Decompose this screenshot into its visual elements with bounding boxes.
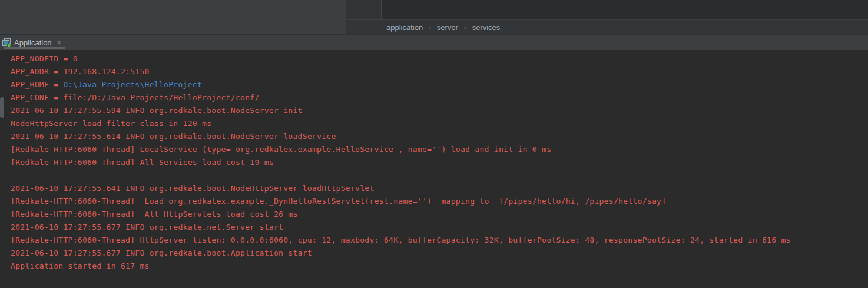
breadcrumb-item-server[interactable]: server	[437, 23, 458, 32]
console-line: APP_ADDR = 192.168.124.2:5150	[11, 65, 868, 78]
console-line: [Redkale-HTTP:6060-Thread] Load org.redk…	[11, 195, 868, 208]
console-line: 2021-06-10 17:27:55.641 INFO org.redkale…	[11, 182, 868, 195]
console-scrollbar-thumb[interactable]	[0, 97, 4, 118]
console-text: APP_CONF = file:/D:/Java-Projects/HelloP…	[11, 93, 260, 102]
close-icon[interactable]: ✕	[57, 39, 62, 46]
console-line: 2021-06-10 17:27:55.677 INFO org.redkale…	[11, 221, 868, 234]
breadcrumb-separator-icon: ›	[429, 24, 431, 31]
console-file-link[interactable]: D:\Java-Projects\HelloProject	[63, 80, 202, 89]
console-line: 2021-06-10 17:27:55.677 INFO org.redkale…	[11, 247, 868, 260]
console-text: [Redkale-HTTP:6060-Thread] HttpServer li…	[11, 236, 791, 244]
console-line: Application started in 617 ms	[11, 260, 868, 273]
tab-label: Application	[14, 38, 52, 47]
console-line: APP_HOME = D:\Java-Projects\HelloProject	[11, 78, 868, 91]
console-line: APP_NODEID = 0	[11, 52, 868, 65]
console-line: [Redkale-HTTP:6060-Thread] LocalService …	[11, 143, 868, 156]
breadcrumb-item-application[interactable]: application	[386, 23, 423, 32]
console-line: 2021-06-10 17:27:55.594 INFO org.redkale…	[11, 104, 868, 117]
breadcrumb-item-services[interactable]: services	[472, 23, 501, 32]
console-line: 2021-06-10 17:27:55.614 INFO org.redkale…	[11, 130, 868, 143]
console-output: APP_NODEID = 0APP_ADDR = 192.168.124.2:5…	[0, 50, 868, 288]
editor-area	[346, 0, 868, 19]
console-text: Application started in 617 ms	[11, 261, 150, 270]
breadcrumb: application›server›services	[346, 19, 868, 34]
active-tab-underline	[4, 47, 65, 49]
editor-gutter	[346, 0, 382, 19]
console-text: APP_NODEID = 0	[11, 54, 78, 63]
console-line	[11, 169, 868, 182]
console-line: APP_CONF = file:/D:/Java-Projects/HelloP…	[11, 91, 868, 104]
console-line: [Redkale-HTTP:6060-Thread] HttpServer li…	[11, 234, 868, 247]
console-text: [Redkale-HTTP:6060-Thread] Load org.redk…	[11, 197, 666, 206]
console-text: APP_HOME =	[11, 80, 63, 89]
console-text: [Redkale-HTTP:6060-Thread] All HttpServl…	[11, 210, 298, 219]
console-text: 2021-06-10 17:27:55.614 INFO org.redkale…	[11, 132, 336, 141]
run-console-icon	[2, 38, 11, 47]
console-text: 2021-06-10 17:27:55.677 INFO org.redkale…	[11, 249, 312, 257]
console-text: 2021-06-10 17:27:55.677 INFO org.redkale…	[11, 223, 283, 231]
console-text: APP_ADDR = 192.168.124.2:5150	[11, 67, 150, 76]
top-area: application›server›services	[0, 0, 868, 34]
console-text: 2021-06-10 17:27:55.641 INFO org.redkale…	[11, 184, 375, 193]
run-tab-bar: Application ✕	[0, 34, 868, 50]
console-text: [Redkale-HTTP:6060-Thread] LocalService …	[11, 145, 551, 154]
console-line: [Redkale-HTTP:6060-Thread] All HttpServl…	[11, 208, 868, 221]
ide-run-tool-window: application›server›services Application …	[0, 0, 868, 288]
console-text: NodeHttpServer load filter class in 120 …	[11, 119, 211, 128]
console-text: 2021-06-10 17:27:55.594 INFO org.redkale…	[11, 106, 303, 115]
breadcrumb-separator-icon: ›	[464, 24, 466, 31]
console-line: [Redkale-HTTP:6060-Thread] All Services …	[11, 156, 868, 169]
console-line: NodeHttpServer load filter class in 120 …	[11, 117, 868, 130]
console-text: [Redkale-HTTP:6060-Thread] All Services …	[11, 158, 274, 167]
left-panel	[0, 0, 346, 34]
